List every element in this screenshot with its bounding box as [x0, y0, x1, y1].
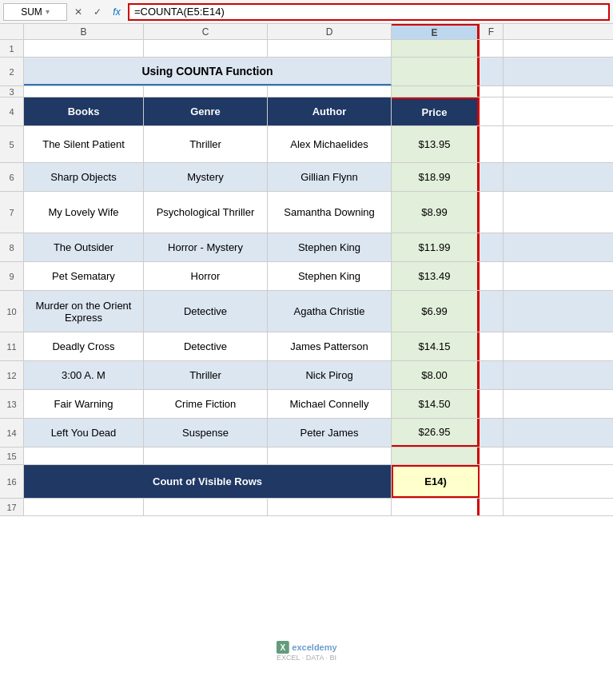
cell-e4-header[interactable]: Price — [392, 97, 480, 125]
cell-b14[interactable]: Left You Dead — [24, 419, 144, 447]
cell-b7[interactable]: My Lovely Wife — [24, 192, 144, 233]
cell-f6[interactable] — [480, 163, 504, 191]
col-header-c[interactable]: C — [144, 24, 268, 39]
cell-c9[interactable]: Horror — [144, 262, 268, 290]
count-label[interactable]: Count of Visible Rows — [24, 465, 392, 498]
corner-header — [0, 24, 24, 39]
cell-c6[interactable]: Mystery — [144, 163, 268, 191]
cell-b1[interactable] — [24, 40, 144, 57]
cell-e17[interactable] — [392, 499, 480, 515]
cell-e2[interactable] — [392, 58, 480, 86]
cell-d5[interactable]: Alex Michaelides — [268, 126, 392, 162]
cell-c11[interactable]: Detective — [144, 332, 268, 360]
cell-e3[interactable] — [392, 86, 480, 97]
cell-b12[interactable]: 3:00 A. M — [24, 361, 144, 389]
cell-e8[interactable]: $11.99 — [392, 233, 480, 261]
cell-e12[interactable]: $8.00 — [392, 361, 480, 389]
cell-d7[interactable]: Samantha Downing — [268, 192, 392, 233]
table-row: 6 Sharp Objects Mystery Gillian Flynn $1… — [0, 163, 613, 192]
cell-e15[interactable] — [392, 447, 480, 464]
cell-c7[interactable]: Psychological Thriller — [144, 192, 268, 233]
col-header-d[interactable]: D — [268, 24, 392, 39]
cell-c17[interactable] — [144, 499, 268, 515]
cell-d1[interactable] — [268, 40, 392, 57]
cell-f10[interactable] — [480, 291, 504, 332]
cell-e11[interactable]: $14.15 — [392, 332, 480, 360]
cell-e1[interactable] — [392, 40, 480, 57]
cell-b5[interactable]: The Silent Patient — [24, 126, 144, 162]
cell-f15[interactable] — [480, 447, 504, 464]
cell-f8[interactable] — [480, 233, 504, 261]
cell-c13[interactable]: Crime Fiction — [144, 390, 268, 418]
row-num-4: 4 — [0, 97, 24, 125]
cell-c1[interactable] — [144, 40, 268, 57]
cell-d13[interactable]: Michael Connelly — [268, 390, 392, 418]
row-16-footer: 16 Count of Visible Rows E14) — [0, 465, 613, 499]
cell-d4-header[interactable]: Author — [268, 97, 392, 125]
cancel-button[interactable]: ✕ — [70, 4, 86, 20]
cell-b8[interactable]: The Outsider — [24, 233, 144, 261]
cell-b17[interactable] — [24, 499, 144, 515]
cell-f9[interactable] — [480, 262, 504, 290]
cell-f12[interactable] — [480, 361, 504, 389]
cell-c15[interactable] — [144, 447, 268, 464]
watermark-sub: EXCEL · DATA · BI — [277, 654, 336, 662]
spreadsheet: B C D E F 1 2 Using COUNTA Function 3 4 … — [0, 24, 613, 700]
cell-f5[interactable] — [480, 126, 504, 162]
cell-e7[interactable]: $8.99 — [392, 192, 480, 233]
cell-e5[interactable]: $13.95 — [392, 126, 480, 162]
cell-c5[interactable]: Thriller — [144, 126, 268, 162]
cell-d10[interactable]: Agatha Christie — [268, 291, 392, 332]
cell-f11[interactable] — [480, 332, 504, 360]
col-header-f[interactable]: F — [480, 24, 504, 39]
cell-c12[interactable]: Thriller — [144, 361, 268, 389]
cell-f17[interactable] — [480, 499, 504, 515]
confirm-button[interactable]: ✓ — [90, 4, 105, 20]
cell-b11[interactable]: Deadly Cross — [24, 332, 144, 360]
cell-f14[interactable] — [480, 419, 504, 447]
cell-f13[interactable] — [480, 390, 504, 418]
cell-b3[interactable] — [24, 86, 144, 97]
cell-b9[interactable]: Pet Sematary — [24, 262, 144, 290]
col-header-e[interactable]: E — [392, 24, 480, 39]
cell-e6[interactable]: $18.99 — [392, 163, 480, 191]
row-15: 15 — [0, 447, 613, 465]
cell-d8[interactable]: Stephen King — [268, 233, 392, 261]
cell-c10[interactable]: Detective — [144, 291, 268, 332]
cell-f2[interactable] — [480, 58, 504, 86]
cell-e14[interactable]: $26.95 — [392, 419, 480, 447]
formula-bar: SUM ▾ ✕ ✓ fx — [0, 0, 613, 24]
cell-c3[interactable] — [144, 86, 268, 97]
cell-f16[interactable] — [480, 465, 504, 498]
table-row: 7 My Lovely Wife Psychological Thriller … — [0, 192, 613, 233]
col-header-b[interactable]: B — [24, 24, 144, 39]
cell-c14[interactable]: Suspense — [144, 419, 268, 447]
cell-c8[interactable]: Horror - Mystery — [144, 233, 268, 261]
cell-c4-header[interactable]: Genre — [144, 97, 268, 125]
cell-d14[interactable]: Peter James — [268, 419, 392, 447]
cell-d9[interactable]: Stephen King — [268, 262, 392, 290]
cell-d15[interactable] — [268, 447, 392, 464]
cell-b6[interactable]: Sharp Objects — [24, 163, 144, 191]
cell-d12[interactable]: Nick Pirog — [268, 361, 392, 389]
cell-e13[interactable]: $14.50 — [392, 390, 480, 418]
formula-input[interactable] — [128, 3, 610, 21]
cell-f4[interactable] — [480, 97, 504, 125]
cell-e9[interactable]: $13.49 — [392, 262, 480, 290]
cell-f7[interactable] — [480, 192, 504, 233]
cell-b4-header[interactable]: Books — [24, 97, 144, 125]
cell-f3[interactable] — [480, 86, 504, 97]
name-box[interactable]: SUM ▾ — [3, 3, 67, 21]
cell-e10[interactable]: $6.99 — [392, 291, 480, 332]
cell-d6[interactable]: Gillian Flynn — [268, 163, 392, 191]
cell-d3[interactable] — [268, 86, 392, 97]
cell-d17[interactable] — [268, 499, 392, 515]
cell-b10[interactable]: Murder on the Orient Express — [24, 291, 144, 332]
count-value[interactable]: E14) — [392, 465, 480, 498]
fx-button[interactable]: fx — [109, 4, 125, 20]
cell-f1[interactable] — [480, 40, 504, 57]
cell-b13[interactable]: Fair Warning — [24, 390, 144, 418]
cell-b15[interactable] — [24, 447, 144, 464]
row-num-6: 6 — [0, 163, 24, 191]
cell-d11[interactable]: James Patterson — [268, 332, 392, 360]
